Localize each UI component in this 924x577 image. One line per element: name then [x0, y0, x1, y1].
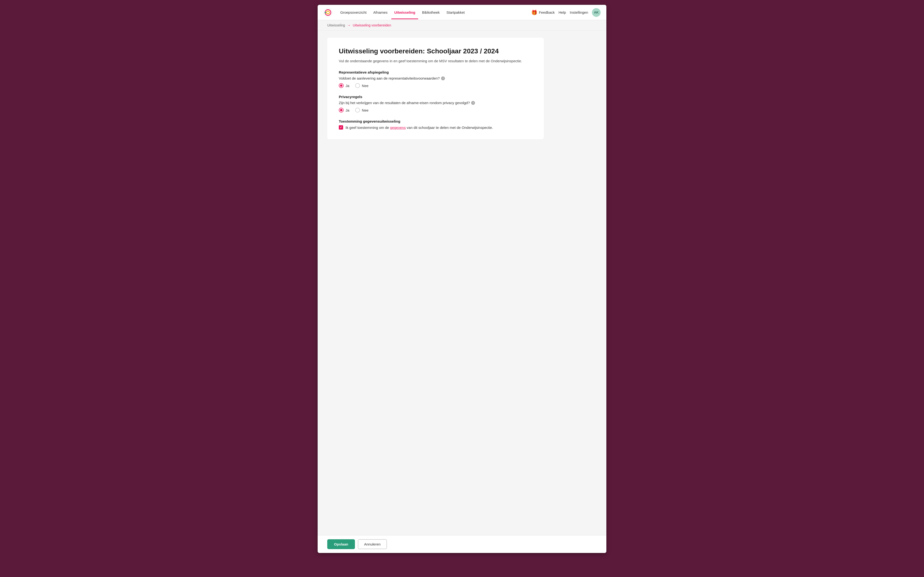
section1-radio-nee-input[interactable] — [355, 83, 360, 88]
content-card: Uitwisseling voorbereiden: Schooljaar 20… — [327, 38, 544, 139]
help-link[interactable]: Help — [559, 10, 566, 15]
nav-startpakket[interactable]: Startpakket — [443, 5, 467, 19]
breadcrumb: Uitwisseling → Uitwisseling voorbereiden — [318, 20, 606, 31]
avatar[interactable]: AK — [592, 8, 601, 17]
section2-radio-ja-label: Ja — [346, 108, 349, 112]
feedback-button[interactable]: 🎁 Feedback — [531, 10, 555, 15]
section1-radio-nee[interactable]: Nee — [355, 83, 368, 88]
section2-radio-ja-input[interactable] — [339, 108, 344, 113]
cancel-button[interactable]: Annuleren — [358, 539, 387, 549]
section2-title: Privacyregels — [339, 95, 532, 99]
consent-pre: Ik geef toestemming om de — [346, 126, 390, 130]
section2-radio-nee-label: Nee — [362, 108, 368, 112]
breadcrumb-arrow-icon: → — [347, 23, 351, 27]
section2-radio-ja[interactable]: Ja — [339, 108, 349, 113]
consent-row: ✓ Ik geef toestemming om de gegevens van… — [339, 125, 532, 130]
section1-radio-group: Ja Nee — [339, 83, 532, 88]
nav-links: Groepsoverzicht Afnames Uitwisseling Bib… — [338, 5, 531, 19]
section1-info-icon[interactable]: i — [441, 76, 445, 80]
page-title: Uitwisseling voorbereiden: Schooljaar 20… — [339, 47, 532, 55]
breadcrumb-current: Uitwisseling voorbereiden — [353, 23, 391, 27]
svg-point-3 — [325, 12, 326, 13]
section1-radio-nee-label: Nee — [362, 84, 368, 88]
section2-question: Zijn bij het verkrijgen van de resultate… — [339, 101, 532, 105]
section2-radio-group: Ja Nee — [339, 108, 532, 113]
section-privacy: Privacyregels Zijn bij het verkrijgen va… — [339, 95, 532, 113]
checkmark-icon: ✓ — [340, 126, 342, 129]
section1-radio-ja-label: Ja — [346, 84, 349, 88]
consent-post: van dit schooljaar te delen met de Onder… — [406, 126, 493, 130]
save-button[interactable]: Opslaan — [327, 539, 355, 549]
nav-right: 🎁 Feedback Help Instellingen AK — [531, 8, 601, 17]
consent-checkbox[interactable]: ✓ — [339, 125, 343, 130]
logo[interactable] — [323, 8, 333, 17]
section-representatief: Representatieve afspiegeling Voldoet de … — [339, 70, 532, 88]
section-toestemming: Toestemming gegevensuitwisseling ✓ Ik ge… — [339, 119, 532, 130]
page-description: Vul de onderstaande gegevens in en geef … — [339, 59, 532, 63]
nav-groepsoverzicht[interactable]: Groepsoverzicht — [338, 5, 369, 19]
nav-afnames[interactable]: Afnames — [370, 5, 390, 19]
settings-link[interactable]: Instellingen — [570, 10, 588, 15]
section3-title: Toestemming gegevensuitwisseling — [339, 119, 532, 123]
section1-title: Representatieve afspiegeling — [339, 70, 532, 74]
gift-icon: 🎁 — [531, 10, 537, 15]
section1-question: Voldoet de aanlevering aan de representa… — [339, 76, 532, 80]
nav-uitwisseling[interactable]: Uitwisseling — [391, 5, 418, 19]
section2-info-icon[interactable]: i — [471, 101, 475, 105]
bottom-bar: Opslaan Annuleren — [318, 535, 606, 553]
breadcrumb-parent[interactable]: Uitwisseling — [327, 23, 345, 27]
section2-radio-nee[interactable]: Nee — [355, 108, 368, 113]
consent-text: Ik geef toestemming om de gegevens van d… — [346, 126, 493, 130]
nav-bibliotheek[interactable]: Bibliotheek — [419, 5, 443, 19]
section2-radio-nee-input[interactable] — [355, 108, 360, 113]
main-content: Uitwisseling voorbereiden: Schooljaar 20… — [318, 31, 606, 535]
section1-radio-ja[interactable]: Ja — [339, 83, 349, 88]
feedback-label: Feedback — [539, 10, 555, 15]
navbar: Groepsoverzicht Afnames Uitwisseling Bib… — [318, 5, 606, 20]
section1-radio-ja-input[interactable] — [339, 83, 344, 88]
consent-gegevens-link[interactable]: gegevens — [390, 126, 406, 130]
